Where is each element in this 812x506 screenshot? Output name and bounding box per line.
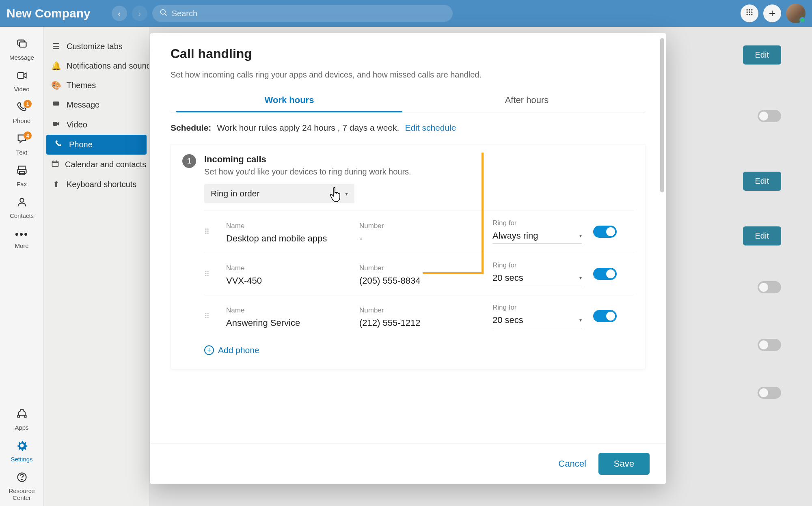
chevron-down-icon: ▾	[579, 233, 582, 239]
rail-item-settings[interactable]: Settings	[0, 436, 43, 467]
sidebar-item-label: Message	[67, 100, 99, 110]
modal-footer: Cancel Save	[150, 444, 666, 484]
toggle-switch[interactable]	[758, 387, 781, 399]
tab-work-hours[interactable]: Work hours	[171, 89, 408, 112]
palette-icon: 🎨	[51, 80, 61, 90]
svg-rect-20	[53, 101, 59, 106]
rail-label: Resource Center	[0, 487, 43, 502]
svg-point-2	[747, 9, 748, 11]
toggle-switch[interactable]	[758, 110, 781, 122]
svg-rect-12	[19, 42, 26, 47]
rail-label: Video	[14, 86, 29, 93]
user-avatar[interactable]	[786, 4, 806, 23]
sidebar-item-label: Themes	[67, 81, 96, 90]
nav-forward-button[interactable]: ›	[132, 6, 147, 21]
chevron-right-icon: ›	[138, 9, 141, 18]
video-icon	[51, 120, 61, 130]
column-header-ringfor: Ring for	[492, 304, 582, 312]
left-nav-rail: Message Video Phone 1 Text 4 Fax Contact…	[0, 27, 44, 506]
chevron-down-icon: ▾	[345, 190, 348, 197]
device-toggle[interactable]	[593, 310, 617, 322]
rail-badge: 4	[24, 131, 32, 140]
dialpad-button[interactable]	[741, 4, 758, 22]
message-icon	[51, 100, 61, 110]
svg-line-1	[164, 13, 166, 15]
presence-indicator	[799, 17, 806, 23]
sidebar-item-customize-tabs[interactable]: ☰ Customize tabs	[44, 37, 149, 56]
schedule-row: Schedule: Work hour rules apply 24 hours…	[171, 123, 646, 133]
drag-handle-icon[interactable]: ⠿	[204, 312, 215, 321]
rail-label: Settings	[11, 456, 32, 463]
sidebar-item-keyboard[interactable]: ⬆ Keyboard shortcuts	[44, 174, 149, 194]
sidebar-item-label: Calendar and contacts	[65, 160, 146, 169]
drag-handle-icon[interactable]: ⠿	[204, 269, 215, 278]
ring-for-select[interactable]: 20 secs ▾	[492, 273, 582, 286]
search-input[interactable]	[172, 9, 445, 18]
cursor-icon	[328, 185, 345, 207]
ring-for-select[interactable]: Always ring ▾	[492, 230, 582, 244]
scrollbar[interactable]	[660, 38, 664, 192]
svg-point-4	[751, 9, 752, 11]
rail-item-resource-center[interactable]: Resource Center	[0, 467, 43, 506]
search-icon	[160, 9, 168, 19]
rail-item-message[interactable]: Message	[0, 34, 43, 66]
sidebar-item-phone[interactable]: Phone	[46, 135, 147, 155]
ring-for-select[interactable]: 20 secs ▾	[492, 315, 582, 328]
rail-item-contacts[interactable]: Contacts	[0, 192, 43, 224]
drag-handle-icon[interactable]: ⠿	[204, 227, 215, 236]
rail-item-fax[interactable]: Fax	[0, 161, 43, 192]
device-toggle[interactable]	[593, 268, 617, 280]
cancel-button[interactable]: Cancel	[558, 459, 586, 469]
top-header: New Company ‹ › +	[0, 0, 812, 27]
add-phone-button[interactable]: + Add phone	[204, 345, 634, 355]
rail-label: Phone	[13, 117, 30, 124]
tab-after-hours[interactable]: After hours	[408, 89, 646, 112]
phone-icon	[54, 140, 63, 150]
device-name: Answering Service	[226, 318, 348, 328]
rail-label: More	[15, 242, 28, 249]
help-icon	[16, 472, 28, 486]
company-name: New Company	[6, 6, 107, 20]
save-button[interactable]: Save	[598, 453, 650, 475]
svg-rect-13	[17, 73, 24, 78]
device-number: (212) 555-1212	[359, 318, 481, 328]
sidebar-item-label: Phone	[69, 140, 93, 149]
device-number: -	[359, 233, 481, 244]
column-header-name: Name	[226, 264, 348, 272]
rail-item-apps[interactable]: Apps	[0, 404, 43, 436]
edit-button[interactable]: Edit	[743, 172, 781, 191]
rail-item-more[interactable]: ••• More	[0, 224, 43, 254]
svg-point-0	[160, 9, 165, 14]
search-box[interactable]	[152, 5, 453, 22]
section-title: Incoming calls	[204, 154, 411, 165]
device-toggle[interactable]	[593, 226, 617, 238]
toggle-switch[interactable]	[758, 339, 781, 351]
sidebar-item-message[interactable]: Message	[44, 95, 149, 115]
sidebar-item-themes[interactable]: 🎨 Themes	[44, 75, 149, 95]
ring-mode-value: Ring in order	[211, 189, 259, 198]
rail-label: Text	[16, 149, 28, 156]
sidebar-item-notifications[interactable]: 🔔 Notifications and sounds	[44, 56, 149, 75]
toggle-switch[interactable]	[758, 281, 781, 293]
gear-icon	[16, 440, 28, 454]
device-number: (205) 555-8834	[359, 276, 481, 286]
edit-schedule-link[interactable]: Edit schedule	[405, 123, 456, 133]
svg-point-3	[749, 9, 750, 11]
nav-back-button[interactable]: ‹	[112, 6, 127, 21]
column-header-name: Name	[226, 306, 348, 314]
rail-item-text[interactable]: Text 4	[0, 129, 43, 161]
ring-for-value: 20 secs	[492, 273, 523, 283]
sidebar-item-label: Keyboard shortcuts	[67, 180, 136, 189]
ring-mode-select[interactable]: Ring in order ▾	[204, 184, 354, 203]
sidebar-item-video[interactable]: Video	[44, 115, 149, 135]
svg-rect-22	[52, 161, 58, 166]
edit-button[interactable]: Edit	[743, 226, 781, 245]
rail-item-phone[interactable]: Phone 1	[0, 97, 43, 129]
column-header-ringfor: Ring for	[492, 261, 582, 269]
edit-button[interactable]: Edit	[743, 45, 781, 65]
new-action-button[interactable]: +	[763, 4, 781, 22]
sidebar-item-calendar[interactable]: Calendar and contacts	[44, 155, 149, 174]
column-header-number: Number	[359, 306, 481, 314]
apps-icon	[16, 408, 28, 422]
rail-item-video[interactable]: Video	[0, 66, 43, 97]
